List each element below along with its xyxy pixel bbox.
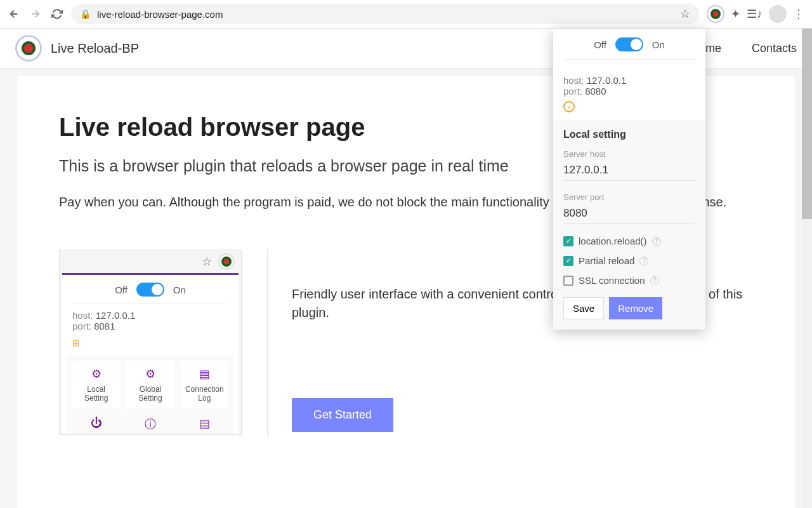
power-icon: ⏻ (72, 414, 120, 434)
url-text: live-reload-browser-page.com (97, 9, 674, 20)
gear-icon: ⚙ (128, 367, 173, 381)
site-logo[interactable] (15, 35, 42, 62)
address-bar[interactable]: 🔒 live-reload-browser-page.com ☆ (71, 4, 699, 24)
preview-off-label: Off (115, 284, 128, 295)
server-host-label: Server host (563, 149, 695, 159)
preview-hostport: host: 127.0.0.1 port: 8081 (67, 304, 233, 338)
extension-icon[interactable] (707, 5, 724, 23)
preview-chrome: ☆ (60, 250, 241, 273)
profile-avatar[interactable] (769, 5, 787, 23)
site-logo-icon (22, 41, 36, 55)
checkbox-checked-icon: ✓ (563, 256, 573, 266)
reading-list-icon[interactable]: ☰♪ (747, 7, 763, 21)
nav-buttons (8, 8, 63, 20)
preview-toggle (136, 283, 164, 297)
ext-off-label: Off (594, 39, 606, 50)
scrollbar[interactable] (802, 29, 812, 508)
site-nav: Home Contacts (691, 42, 797, 55)
checkbox-unchecked-icon (563, 276, 573, 286)
help-icon[interactable]: ? (652, 237, 661, 246)
preview-column: ☆ Off On host: 127.0.0.1 port: 8081 (59, 250, 242, 435)
preview-panel: Off On host: 127.0.0.1 port: 8081 ⊞ ⚙ (62, 273, 239, 434)
ext-local-setting: Local setting Server host Server port ✓ … (553, 120, 705, 330)
preview-card-log: ▤ Connection Log (181, 361, 228, 409)
back-button[interactable] (8, 8, 20, 20)
ext-toggle[interactable] (615, 37, 643, 51)
nav-link-contacts[interactable]: Contacts (752, 42, 797, 55)
preview-cards-row2: ⏻ ⓘ ▤ (67, 409, 233, 434)
ext-warning: ‹ (553, 100, 705, 120)
ext-header-section: Off On (553, 29, 705, 69)
extensions-puzzle-icon[interactable]: ✦ (731, 7, 740, 21)
preview-toggle-row: Off On (72, 283, 228, 304)
server-host-input[interactable] (563, 161, 695, 181)
forward-button[interactable] (29, 8, 42, 20)
preview-cards: ⚙ Local Setting ⚙ Global Setting ▤ (67, 356, 233, 409)
list-icon: ▤ (181, 414, 228, 434)
extension-popup: Off On host: 127.0.0.1 port: 8080 ‹ Loca… (553, 29, 705, 330)
remove-button[interactable]: Remove (609, 297, 662, 319)
ext-toggle-row: Off On (563, 37, 695, 60)
check-location-reload[interactable]: ✓ location.reload() ? (563, 236, 695, 246)
server-port-label: Server port (563, 192, 695, 202)
preview-mini-browser: ☆ Off On host: 127.0.0.1 port: 8081 (59, 250, 242, 435)
preview-card-local: ⚙ Local Setting (72, 361, 120, 409)
bookmark-star-icon[interactable]: ☆ (680, 7, 690, 21)
ext-on-label: On (652, 39, 665, 50)
site-title: Live Reload-BP (51, 41, 139, 56)
gear-icon: ⚙ (74, 367, 119, 381)
browser-chrome: 🔒 live-reload-browser-page.com ☆ ✦ ☰♪ ⋮ (0, 0, 812, 29)
check-partial-reload[interactable]: ✓ Partial reload ? (563, 255, 695, 266)
chrome-right: ✦ ☰♪ ⋮ (707, 5, 804, 23)
extension-target-icon (710, 9, 721, 19)
get-started-button[interactable]: Get Started (292, 398, 393, 432)
lock-icon: 🔒 (80, 9, 91, 19)
preview-on-label: On (173, 284, 186, 295)
help-icon[interactable]: ? (650, 276, 659, 285)
chrome-menu-icon[interactable]: ⋮ (793, 7, 804, 21)
help-icon[interactable]: ? (639, 257, 648, 265)
server-port-input[interactable] (563, 204, 695, 224)
scrollbar-thumb[interactable] (802, 29, 812, 219)
preview-ext-icon (218, 253, 235, 270)
ext-hostport: host: 127.0.0.1 port: 8080 (553, 69, 705, 100)
info-icon: ⓘ (126, 414, 174, 434)
reload-button[interactable] (51, 8, 63, 20)
preview-star-icon: ☆ (202, 255, 212, 269)
save-button[interactable]: Save (563, 297, 604, 319)
checkbox-checked-icon: ✓ (563, 236, 573, 246)
doc-icon: ▤ (182, 367, 227, 381)
warning-icon[interactable]: ‹ (563, 101, 575, 112)
check-ssl[interactable]: SSL connection ? (563, 275, 695, 286)
preview-grid-icon: ⊞ (67, 338, 233, 356)
ext-setting-title: Local setting (563, 129, 695, 140)
preview-card-global: ⚙ Global Setting (126, 361, 174, 409)
ext-buttons: Save Remove (563, 297, 695, 319)
